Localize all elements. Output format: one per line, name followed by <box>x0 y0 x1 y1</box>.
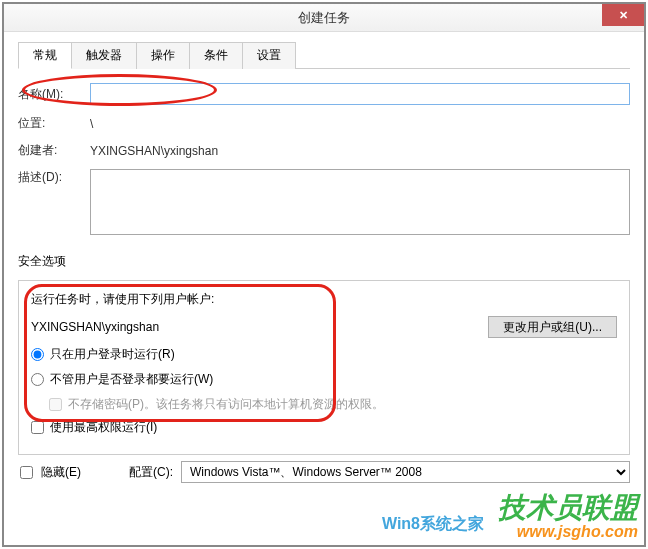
tab-conditions[interactable]: 条件 <box>190 42 243 69</box>
no-store-pwd-label: 不存储密码(P)。该任务将只有访问本地计算机资源的权限。 <box>68 396 384 413</box>
config-select[interactable]: Windows Vista™、Windows Server™ 2008 <box>181 461 630 483</box>
close-button[interactable]: ✕ <box>602 4 644 26</box>
window-title: 创建任务 <box>298 9 350 27</box>
hidden-label: 隐藏(E) <box>41 464 81 481</box>
checkbox-no-store-pwd <box>49 398 62 411</box>
close-icon: ✕ <box>619 9 628 22</box>
config-label: 配置(C): <box>129 464 173 481</box>
tab-triggers[interactable]: 触发器 <box>72 42 137 69</box>
creator-label: 创建者: <box>18 142 90 159</box>
titlebar: 创建任务 ✕ <box>4 4 644 32</box>
radio-any-user[interactable] <box>31 373 44 386</box>
location-value: \ <box>90 117 93 131</box>
creator-value: YXINGSHAN\yxingshan <box>90 144 218 158</box>
name-input[interactable] <box>90 83 630 105</box>
location-label: 位置: <box>18 115 90 132</box>
tab-general[interactable]: 常规 <box>18 42 72 69</box>
security-section-label: 安全选项 <box>18 253 630 270</box>
checkbox-hidden[interactable] <box>20 466 33 479</box>
highest-priv-label: 使用最高权限运行(I) <box>50 419 157 436</box>
tab-bar: 常规 触发器 操作 条件 设置 <box>18 42 630 69</box>
tab-actions[interactable]: 操作 <box>137 42 190 69</box>
desc-label: 描述(D): <box>18 169 90 186</box>
tab-settings[interactable]: 设置 <box>243 42 296 69</box>
radio-any-user-label: 不管用户是否登录都要运行(W) <box>50 371 213 388</box>
checkbox-highest-priv[interactable] <box>31 421 44 434</box>
change-user-button[interactable]: 更改用户或组(U)... <box>488 316 617 338</box>
name-label: 名称(M): <box>18 86 90 103</box>
run-as-label: 运行任务时，请使用下列用户帐户: <box>31 291 617 308</box>
radio-logged-on[interactable] <box>31 348 44 361</box>
account-text: YXINGSHAN\yxingshan <box>31 320 488 334</box>
radio-logged-on-label: 只在用户登录时运行(R) <box>50 346 175 363</box>
security-box: 运行任务时，请使用下列用户帐户: YXINGSHAN\yxingshan 更改用… <box>18 280 630 455</box>
desc-input[interactable] <box>90 169 630 235</box>
